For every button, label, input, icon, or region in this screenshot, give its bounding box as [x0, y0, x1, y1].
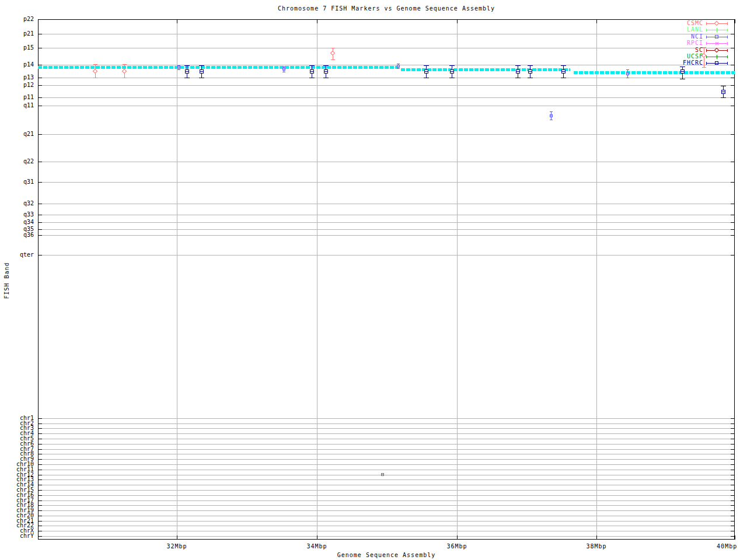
- y-band-label: p14: [0, 62, 34, 68]
- legend-sample-marker-dash: [715, 63, 718, 64]
- FHCRC-marker-dash: [186, 71, 189, 72]
- assembly-segment: [38, 66, 399, 69]
- NCI-marker-dash: [397, 66, 399, 66]
- legend-label-csmc: CSMC: [645, 20, 703, 26]
- legend-sample-cap: [706, 55, 707, 58]
- NCI-errorbar-cap: [282, 66, 285, 67]
- fish-marker-chart: Chromosome 7 FISH Markers vs Genome Sequ…: [0, 0, 747, 560]
- FHCRC-marker-dash: [451, 71, 453, 72]
- FHCRC-errorbar-cap: [721, 97, 726, 98]
- CSMC-errorbar-cap: [93, 78, 97, 78]
- legend-sample-marker: [715, 28, 719, 32]
- FHCRC-errorbar-cap: [721, 86, 726, 86]
- FHCRC-marker-dash: [324, 71, 327, 72]
- NCI-marker-dash: [627, 74, 629, 74]
- FHCRC-marker-dash: [516, 71, 519, 72]
- FHCRC-marker-dash: [722, 92, 725, 92]
- legend-sample-cap: [727, 42, 728, 45]
- FHCRC-marker: [516, 69, 520, 74]
- NCI-errorbar-cap: [397, 64, 400, 64]
- x-tick-bottom: [735, 536, 735, 540]
- FHCRC-errorbar-cap: [424, 65, 429, 66]
- FHCRC-errorbar-cap: [561, 65, 566, 66]
- CSMC-errorbar-cap: [123, 64, 127, 65]
- NCI-marker: [282, 68, 285, 71]
- y-axis-title: FISH Band: [4, 262, 10, 299]
- legend-sample-cap: [727, 22, 728, 25]
- legend-label-rpci: RPCI: [645, 40, 703, 46]
- FHCRC-errorbar-cap: [309, 65, 315, 66]
- NCI-marker: [626, 72, 629, 75]
- CSMC-errorbar-cap: [123, 78, 127, 78]
- FHCRC-errorbar-cap: [323, 65, 329, 66]
- FHCRC-marker: [200, 69, 204, 74]
- FHCRC-errorbar-cap: [680, 79, 685, 79]
- y-band-label: p11: [0, 94, 34, 100]
- y-band-label: p15: [0, 45, 34, 51]
- FHCRC-errorbar-cap: [309, 78, 315, 78]
- legend-sample-cap: [706, 36, 707, 38]
- FHCRC-marker-dash: [200, 71, 203, 72]
- FHCRC-errorbar-cap: [561, 78, 566, 78]
- FHCRC-errorbar-cap: [323, 78, 329, 78]
- FHCRC-marker-dash: [562, 71, 565, 72]
- legend-sample-marker: [715, 61, 718, 65]
- plot-border: [38, 19, 735, 540]
- FHCRC-errorbar-cap: [199, 78, 204, 78]
- NCI-errorbar-cap: [550, 111, 553, 112]
- y-band-label: q22: [0, 159, 34, 164]
- legend-sample-marker: [715, 55, 719, 59]
- y-band-label: p13: [0, 75, 34, 80]
- FHCRC-marker: [324, 69, 328, 74]
- legend-sample-cap: [727, 62, 728, 65]
- legend-sample-cap: [706, 49, 707, 52]
- y-band-label: q36: [0, 232, 34, 238]
- x-axis-title: Genome Sequence Assembly: [38, 552, 735, 558]
- legend-sample-marker: [715, 35, 718, 38]
- x-tick-label: 40Mbp: [717, 543, 737, 550]
- x-tick-top: [735, 19, 735, 23]
- legend-sample-cap: [706, 42, 707, 45]
- CSMC-errorbar-cap: [93, 64, 97, 65]
- legend-sample-cap: [706, 29, 707, 32]
- legend-sample-marker-v: [717, 28, 717, 32]
- FHCRC-errorbar-cap: [424, 78, 429, 78]
- assembly-segment: [574, 71, 735, 74]
- y-band-label: p21: [0, 31, 34, 37]
- NCI-errorbar-cap: [177, 69, 180, 70]
- FHCRC-errorbar-cap: [515, 78, 521, 78]
- CSMC-errorbar-cap: [702, 67, 706, 68]
- x-tick-label: 32Mbp: [166, 543, 187, 550]
- NCI-errorbar-cap: [550, 120, 553, 120]
- legend-sample-cap: [727, 29, 728, 32]
- y-band-label: q32: [0, 201, 34, 206]
- legend-sample-cap: [727, 36, 728, 38]
- y-band-label: p12: [0, 82, 34, 88]
- NCI-marker: [550, 114, 553, 117]
- FHCRC-marker: [561, 69, 566, 74]
- legend-label-fhcrc: FHCRC: [645, 60, 703, 66]
- FHCRC-marker-dash: [310, 71, 313, 72]
- NCI-errorbar-cap: [397, 68, 400, 69]
- FHCRC-errorbar-cap: [680, 66, 685, 67]
- NCI-marker: [381, 473, 384, 476]
- legend-label-ucsf: UCSF: [645, 54, 703, 60]
- NCI-marker-dash: [283, 69, 285, 69]
- FHCRC-marker: [424, 69, 428, 74]
- x-tick-label: 34Mbp: [306, 543, 327, 550]
- NCI-marker-dash: [178, 67, 180, 68]
- FHCRC-marker: [450, 69, 454, 74]
- NCI-marker: [397, 65, 400, 68]
- FHCRC-errorbar-cap: [449, 65, 455, 66]
- y-band-label: qter: [0, 252, 34, 258]
- legend-sample-marker-dash: [715, 37, 718, 37]
- FHCRC-marker: [528, 69, 532, 74]
- FHCRC-marker: [680, 69, 685, 74]
- legend-sample-cap: [706, 62, 707, 65]
- FHCRC-marker-dash: [529, 71, 532, 72]
- FHCRC-marker-dash: [681, 71, 684, 72]
- y-band-label: q21: [0, 131, 34, 137]
- legend-label-sc: SC: [645, 47, 703, 53]
- FHCRC-marker-dash: [425, 71, 428, 72]
- NCI-errorbar-cap: [626, 69, 629, 70]
